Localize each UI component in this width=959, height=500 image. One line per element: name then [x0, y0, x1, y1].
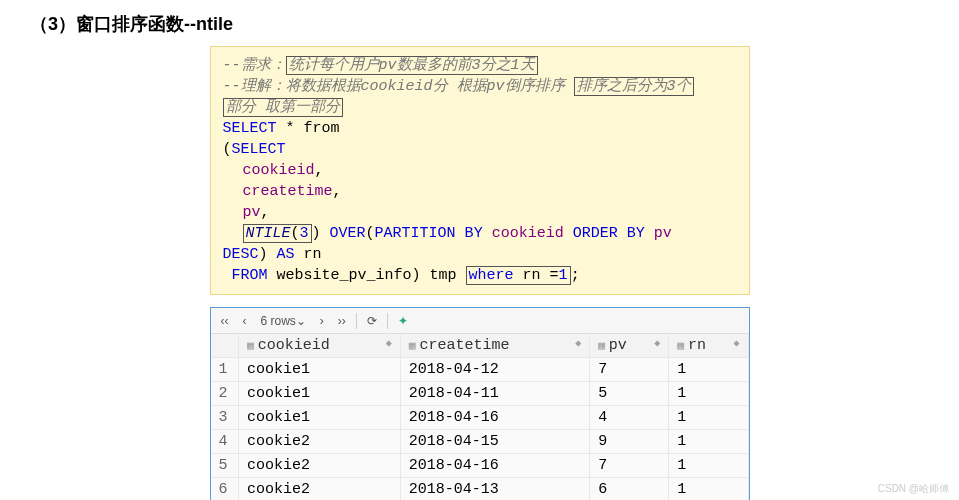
sort-icon[interactable]: ◆: [733, 337, 739, 349]
star-from: * from: [277, 120, 340, 137]
nav-first-icon[interactable]: ‹‹: [217, 314, 233, 328]
comment-prefix: --需求：: [223, 57, 286, 74]
col-header-rownum: [211, 334, 239, 358]
cell-rn: 1: [669, 454, 748, 478]
table-header-row: ▦cookieid◆ ▦createtime◆ ▦pv◆ ▦rn◆: [211, 334, 749, 358]
comma2: ,: [333, 183, 342, 200]
col-header-createtime[interactable]: ▦createtime◆: [400, 334, 589, 358]
row-number: 3: [211, 406, 239, 430]
rn: rn: [295, 246, 322, 263]
comma3: ,: [261, 204, 270, 221]
cell-createtime: 2018-04-12: [400, 358, 589, 382]
as: AS: [277, 246, 295, 263]
cell-cookieid: cookie1: [239, 382, 401, 406]
table-row[interactable]: 5cookie22018-04-1671: [211, 454, 749, 478]
comma1: ,: [315, 162, 324, 179]
col-header-rn[interactable]: ▦rn◆: [669, 334, 748, 358]
cell-cookieid: cookie2: [239, 454, 401, 478]
table-row[interactable]: 6cookie22018-04-1361: [211, 478, 749, 501]
col-header-cookieid[interactable]: ▦cookieid◆: [239, 334, 401, 358]
column-icon: ▦: [598, 340, 605, 352]
rn-eq: rn =: [514, 267, 559, 284]
cell-pv: 6: [590, 478, 669, 501]
col-createtime: createtime: [243, 183, 333, 200]
from: FROM: [232, 267, 268, 284]
sort-icon[interactable]: ◆: [654, 337, 660, 349]
cell-rn: 1: [669, 382, 748, 406]
comment2a: --理解：将数据根据cookieid分 根据pv倒序排序: [223, 78, 565, 95]
refresh-icon[interactable]: ⟳: [363, 314, 381, 328]
ntile: NTILE: [246, 225, 291, 242]
results-toolbar: ‹‹ ‹ 6 rows ⌄ › ›› ⟳ ✦: [211, 308, 749, 334]
sort-icon[interactable]: ◆: [386, 337, 392, 349]
orderby: ORDER BY: [573, 225, 645, 242]
comment-boxed: 统计每个用户pv数最多的前3分之1天: [286, 56, 538, 75]
rows-count[interactable]: 6 rows ⌄: [257, 314, 310, 328]
table-row[interactable]: 1cookie12018-04-1271: [211, 358, 749, 382]
cell-createtime: 2018-04-16: [400, 406, 589, 430]
where: where: [469, 267, 514, 284]
cell-createtime: 2018-04-11: [400, 382, 589, 406]
col-cookieid: cookieid: [243, 162, 315, 179]
cell-pv: 7: [590, 358, 669, 382]
nav-prev-icon[interactable]: ‹: [239, 314, 251, 328]
comment2-box1: 排序之后分为3个: [574, 77, 694, 96]
one: 1: [559, 267, 568, 284]
col-header-pv[interactable]: ▦pv◆: [590, 334, 669, 358]
rparen2: ): [312, 225, 321, 242]
table-row[interactable]: 3cookie12018-04-1641: [211, 406, 749, 430]
section-heading: （3）窗口排序函数--ntile: [30, 12, 929, 36]
row-number: 5: [211, 454, 239, 478]
cell-pv: 9: [590, 430, 669, 454]
cell-pv: 7: [590, 454, 669, 478]
desc: DESC: [223, 246, 259, 263]
results-panel: ‹‹ ‹ 6 rows ⌄ › ›› ⟳ ✦ ▦cookieid◆ ▦creat…: [210, 307, 750, 500]
three: 3: [300, 225, 309, 242]
col-pv: pv: [243, 204, 261, 221]
sql-code-block: --需求：统计每个用户pv数最多的前3分之1天 --理解：将数据根据cookie…: [210, 46, 750, 295]
row-number: 1: [211, 358, 239, 382]
row-number: 6: [211, 478, 239, 501]
add-icon[interactable]: ✦: [394, 314, 412, 328]
cell-rn: 1: [669, 358, 748, 382]
cell-cookieid: cookie2: [239, 430, 401, 454]
column-icon: ▦: [677, 340, 684, 352]
toolbar-separator: [356, 313, 357, 329]
column-icon: ▦: [247, 340, 254, 352]
cookieid: cookieid: [492, 225, 564, 242]
cell-rn: 1: [669, 430, 748, 454]
row-number: 4: [211, 430, 239, 454]
watermark: CSDN @哈师傅: [878, 482, 949, 496]
cell-pv: 4: [590, 406, 669, 430]
table: website_pv_info) tmp: [268, 267, 457, 284]
table-row[interactable]: 4cookie22018-04-1591: [211, 430, 749, 454]
toolbar-separator: [387, 313, 388, 329]
table-row[interactable]: 2cookie12018-04-1151: [211, 382, 749, 406]
cell-createtime: 2018-04-13: [400, 478, 589, 501]
results-table: ▦cookieid◆ ▦createtime◆ ▦pv◆ ▦rn◆ 1cooki…: [211, 334, 749, 500]
lparen2: (: [291, 225, 300, 242]
lparen3: (: [366, 225, 375, 242]
cell-createtime: 2018-04-16: [400, 454, 589, 478]
cell-cookieid: cookie2: [239, 478, 401, 501]
row-number: 2: [211, 382, 239, 406]
lparen: (: [223, 141, 232, 158]
cell-rn: 1: [669, 478, 748, 501]
cell-createtime: 2018-04-15: [400, 430, 589, 454]
semi: ;: [571, 267, 580, 284]
kw-select: SELECT: [223, 120, 277, 137]
sort-icon[interactable]: ◆: [575, 337, 581, 349]
cell-rn: 1: [669, 406, 748, 430]
cell-pv: 5: [590, 382, 669, 406]
nav-next-icon[interactable]: ›: [316, 314, 328, 328]
kw-select2: SELECT: [232, 141, 286, 158]
partition: PARTITION BY: [375, 225, 483, 242]
comment2-box2: 部分 取第一部分: [223, 98, 343, 117]
cell-cookieid: cookie1: [239, 406, 401, 430]
rparen3: ): [259, 246, 268, 263]
cell-cookieid: cookie1: [239, 358, 401, 382]
pv2: pv: [654, 225, 672, 242]
column-icon: ▦: [409, 340, 416, 352]
nav-last-icon[interactable]: ››: [334, 314, 350, 328]
over: OVER: [330, 225, 366, 242]
